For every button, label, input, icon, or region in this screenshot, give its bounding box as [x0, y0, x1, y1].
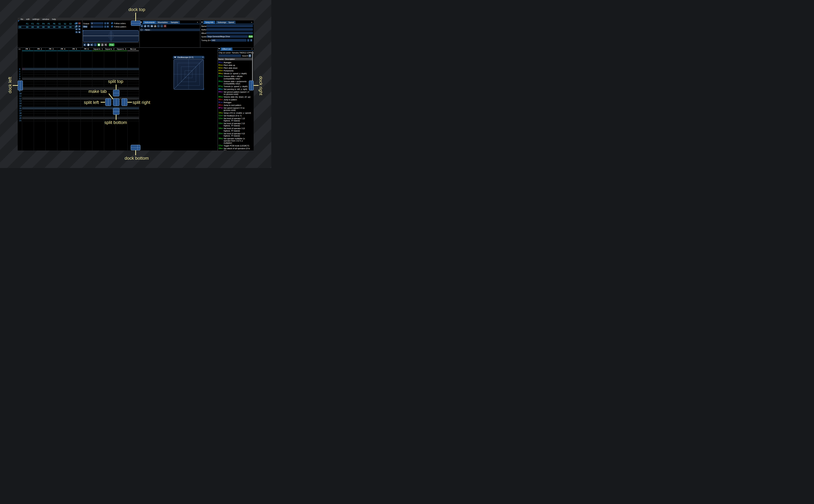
pattern-cell[interactable]: ........... — [45, 71, 58, 73]
pattern-cell[interactable]: ........... — [22, 100, 34, 102]
pattern-cell[interactable]: ........... — [45, 83, 58, 85]
oscilloscope-resize-grip[interactable] — [202, 88, 204, 90]
pattern-cell[interactable]: ........... — [34, 85, 46, 87]
order-bottom-button[interactable]: ∨∨ — [78, 28, 81, 30]
pattern-cell[interactable]: ........... — [127, 117, 140, 119]
split-left-target[interactable] — [105, 98, 111, 106]
step-input[interactable]: 1 — [90, 25, 103, 28]
pattern-cell[interactable]: ........... — [22, 83, 34, 85]
pattern-cell[interactable]: ........... — [45, 81, 58, 82]
pattern-cell[interactable]: ........... — [45, 95, 58, 97]
pattern-cell[interactable]: ........... — [69, 115, 81, 117]
orders-value-F1[interactable]: 00 — [25, 26, 30, 28]
effect-row-0Fxx[interactable]: 0FxxSet speed (speed 2 if no grooves exi… — [218, 106, 254, 111]
tab-song-info[interactable]: Song Info — [203, 21, 215, 24]
oscilloscope-collapse-icon[interactable] — [174, 57, 176, 58]
orders-value-S1[interactable]: 00 — [57, 26, 62, 28]
menu-item-settings[interactable]: settings — [31, 18, 41, 20]
pattern-cell[interactable]: ........... — [69, 110, 81, 112]
pattern-cell[interactable]: ........... — [34, 117, 46, 119]
order-up-button[interactable]: ∧ — [78, 25, 81, 27]
pattern-cell[interactable]: ........... — [69, 71, 81, 73]
split-right-target[interactable] — [121, 98, 127, 106]
pattern-cell[interactable]: ........... — [57, 98, 69, 99]
effect-row-19xx[interactable]: 19xxSet attack of all operators (0 to 1F… — [218, 147, 254, 151]
pattern-cell[interactable]: ........... — [57, 73, 69, 75]
order-remove-button[interactable]: − — [78, 22, 81, 24]
effect-row-08xy[interactable]: 08xySet panning (x: left; y: right) — [218, 88, 254, 90]
pattern-cell[interactable]: ........... — [57, 112, 69, 114]
pattern-cell[interactable]: ........... — [116, 85, 128, 87]
pattern-cell[interactable]: ........... — [92, 112, 104, 114]
order-add-button[interactable]: + — [75, 22, 78, 24]
channel-header-fm-2[interactable]: FM 2 — [34, 48, 46, 50]
effect-row-0Cxx[interactable]: 0CxxRetrigger — [218, 101, 254, 104]
pattern-cell[interactable]: ........... — [116, 73, 128, 75]
pattern-cell[interactable]: ........... — [81, 107, 93, 109]
pattern-cell[interactable]: ........... — [69, 81, 81, 82]
system-auto-button[interactable]: Auto — [248, 35, 253, 38]
pattern-cell[interactable]: ........... — [57, 76, 69, 77]
step-minus-button[interactable]: - — [104, 25, 106, 28]
pattern-cell[interactable]: ........... — [81, 112, 93, 114]
pattern-cell[interactable]: ........... — [34, 90, 46, 92]
pattern-cell[interactable]: ........... — [127, 68, 140, 70]
pattern-cell[interactable]: ........... — [45, 120, 58, 122]
pattern-cell[interactable]: ........... — [81, 105, 93, 107]
pattern-cell[interactable]: ........... — [104, 85, 116, 87]
pattern-cell[interactable]: ........... — [22, 103, 34, 104]
author-input[interactable] — [206, 28, 253, 31]
pattern-cell[interactable]: ........... — [22, 78, 34, 80]
effect-row-15xx[interactable]: 15xxSet level of operator 4 (0 highest, … — [218, 132, 254, 137]
pattern-cell[interactable]: ........... — [57, 78, 69, 80]
tab-effect-list[interactable]: Effect List — [221, 48, 232, 50]
pattern-cell[interactable]: ........... — [34, 71, 46, 73]
step-plus-button[interactable]: + — [107, 25, 109, 28]
pattern-cell[interactable]: ........... — [92, 110, 104, 112]
channel-header-noise[interactable]: Noise — [127, 48, 139, 50]
pattern-cell[interactable]: ........... — [22, 117, 34, 119]
tab-wavetables[interactable]: Wavetables — [156, 21, 169, 24]
pattern-cell[interactable]: ........... — [104, 115, 116, 117]
pattern-cell[interactable]: ........... — [127, 115, 140, 117]
pattern-cell[interactable]: ........... — [45, 78, 58, 80]
channel-header-fm-4[interactable]: FM 4 — [57, 48, 69, 50]
pattern-cell[interactable]: ........... — [34, 83, 46, 85]
orders-value-S2[interactable]: 00 — [62, 26, 68, 28]
pattern-cell[interactable]: ........... — [81, 78, 93, 80]
pattern-cell[interactable]: ........... — [57, 68, 69, 70]
pattern-cell[interactable]: ........... — [45, 88, 58, 90]
pattern-cell[interactable]: ........... — [92, 85, 104, 87]
pattern-cell[interactable]: ........... — [69, 120, 81, 122]
dock-top-target[interactable] — [131, 21, 141, 26]
pattern-cell[interactable]: ........... — [127, 107, 140, 109]
dock-bottom-target[interactable] — [131, 145, 140, 150]
pattern-cell[interactable]: ........... — [22, 76, 34, 77]
pattern-cell[interactable]: ........... — [69, 98, 81, 99]
pattern-cell[interactable]: ........... — [34, 68, 46, 70]
orders-value-F4[interactable]: 00 — [41, 26, 46, 28]
pattern-cell[interactable]: ........... — [81, 85, 93, 87]
pattern-cell[interactable]: ........... — [34, 76, 46, 77]
pattern-cell[interactable]: ........... — [69, 93, 81, 95]
pattern-cell[interactable]: ........... — [127, 83, 140, 85]
pattern-cell[interactable]: ........... — [92, 115, 104, 117]
tab-instruments[interactable]: Instruments — [143, 21, 156, 24]
step-row-button[interactable]: ↓ — [94, 43, 97, 46]
pattern-cell[interactable]: ........... — [69, 73, 81, 75]
pattern-cell[interactable]: ........... — [92, 105, 104, 107]
menu-item-file[interactable]: file — [19, 18, 25, 20]
pattern-cell[interactable]: ........... — [45, 100, 58, 102]
pattern-cell[interactable]: ........... — [92, 73, 104, 75]
pattern-cell[interactable]: ........... — [34, 120, 46, 122]
pattern-cell[interactable]: ........... — [22, 98, 34, 99]
pattern-cell[interactable]: ........... — [57, 83, 69, 85]
pattern-cell[interactable]: ........... — [22, 107, 34, 109]
instrument-up-button[interactable]: ↑ — [157, 25, 160, 27]
oscilloscope-titlebar[interactable]: Oscilloscope (X-Y) × — [173, 56, 204, 59]
pattern-cell[interactable]: ........... — [22, 120, 34, 122]
pattern-cell[interactable]: ........... — [127, 98, 140, 99]
pattern-cell[interactable]: ........... — [34, 105, 46, 107]
pattern-cell[interactable]: ........... — [57, 71, 69, 73]
pattern-cell[interactable]: ........... — [81, 81, 93, 82]
